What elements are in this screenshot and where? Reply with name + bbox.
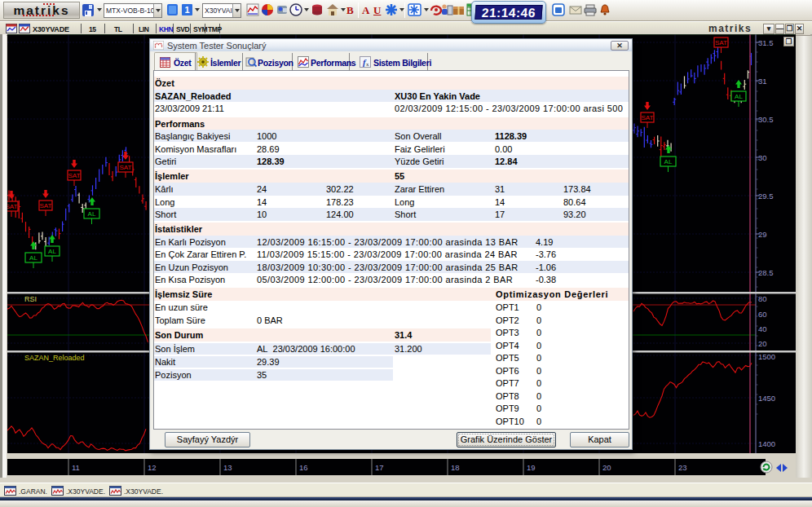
svg-text:30: 30 — [758, 153, 767, 162]
svg-text:SAT: SAT — [40, 202, 52, 209]
svg-text:13: 13 — [223, 463, 232, 472]
svg-text:SAT: SAT — [642, 114, 654, 121]
svg-text:23: 23 — [678, 463, 687, 472]
svg-text:18: 18 — [451, 463, 460, 472]
svg-text:29.5: 29.5 — [758, 192, 774, 201]
svg-text:29: 29 — [758, 230, 767, 239]
svg-text:1450: 1450 — [758, 394, 775, 403]
svg-text:AL: AL — [735, 93, 743, 100]
svg-text:31.5: 31.5 — [758, 38, 774, 47]
svg-text:28.5: 28.5 — [758, 268, 774, 277]
svg-text:AL: AL — [48, 248, 56, 255]
svg-text:12: 12 — [148, 463, 157, 472]
svg-text:SAT: SAT — [68, 172, 81, 179]
svg-text:31: 31 — [758, 77, 767, 86]
svg-text:80: 80 — [758, 294, 767, 303]
svg-text:SAT: SAT — [120, 164, 132, 171]
svg-text:1400: 1400 — [758, 439, 775, 448]
svg-text:20: 20 — [602, 463, 611, 472]
svg-text:11: 11 — [72, 463, 80, 472]
svg-text:1: 1 — [184, 5, 189, 15]
svg-text:16: 16 — [299, 463, 308, 472]
svg-text:AL: AL — [88, 210, 96, 218]
svg-text:SAT: SAT — [715, 39, 727, 46]
svg-text:SAT: SAT — [7, 203, 18, 210]
svg-text:20: 20 — [758, 339, 767, 348]
svg-text:30.5: 30.5 — [758, 115, 774, 124]
svg-text:AL: AL — [29, 254, 38, 262]
svg-text:60: 60 — [758, 310, 767, 319]
svg-text:40: 40 — [758, 324, 767, 333]
svg-text:SAZAN_Reloaded: SAZAN_Reloaded — [24, 354, 85, 362]
svg-text:x: x — [366, 61, 369, 68]
svg-text:1500: 1500 — [758, 352, 775, 361]
svg-text:19: 19 — [527, 463, 536, 472]
svg-text:RSI: RSI — [24, 295, 37, 303]
svg-text:AL: AL — [664, 158, 673, 165]
svg-text:17: 17 — [375, 463, 384, 472]
